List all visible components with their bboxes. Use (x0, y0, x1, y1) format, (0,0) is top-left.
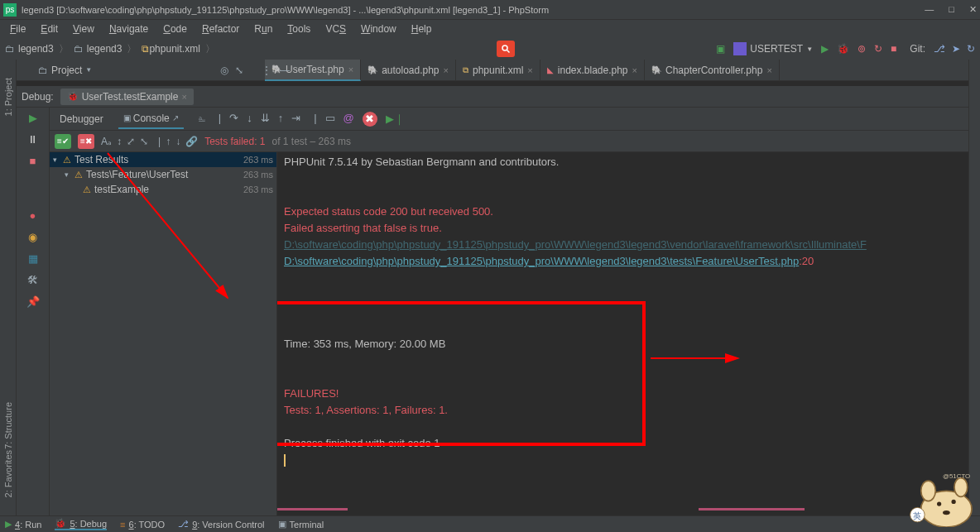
prev-icon[interactable]: ↑ (166, 136, 171, 147)
chevron-down-icon[interactable]: ▼ (85, 66, 92, 74)
rerun-button[interactable]: ▶ (26, 111, 40, 124)
run-configuration-selector[interactable]: USERTEST ▼ (733, 42, 813, 55)
test-results-toolbar: ≡✔ ≡✖ Aₐ ↕ ⤢ ⤡ | ↑ ↓ 🔗 Tests failed: (50, 131, 980, 152)
scrollbar-horizontal[interactable] (277, 508, 980, 510)
warn-icon: ⚠ (74, 170, 83, 180)
sort-time-icon[interactable]: ↕ (117, 136, 122, 147)
build-icon[interactable]: ▣ (716, 43, 725, 55)
tree-test[interactable]: ⚠ testExample 263 ms (50, 182, 276, 197)
link-icon[interactable]: 🔗 (185, 136, 198, 147)
expand-icon[interactable]: ⤢ (127, 136, 135, 147)
evaluate-icon[interactable]: ▭ (325, 112, 335, 127)
filter-passed-button[interactable]: ≡✔ (55, 134, 71, 149)
favorites-tool-button[interactable]: 2: Favorites (3, 450, 13, 497)
external-icon[interactable]: ↗ (172, 113, 179, 122)
force-step-into-icon[interactable]: ⇊ (261, 112, 270, 127)
tab-phpunit[interactable]: ⧉ phpunit.xml × (456, 60, 540, 81)
coverage-button[interactable]: ⊚ (858, 43, 866, 55)
chevron-down-icon[interactable]: ▾ (65, 170, 74, 179)
wrap-icon[interactable]: ⎁ (199, 112, 205, 127)
menu-help[interactable]: Help (405, 22, 439, 36)
status-debug[interactable]: 🐞5: Debug (55, 518, 107, 530)
run-button[interactable]: ▶ (821, 43, 829, 55)
next-icon[interactable]: ↓ (175, 136, 180, 147)
collapse-icon[interactable]: ⤡ (140, 136, 148, 147)
git-update-icon[interactable]: ↻ (967, 43, 975, 55)
step-out-icon[interactable]: ↑ (278, 112, 284, 127)
minimize-button[interactable]: — (925, 4, 934, 15)
menu-file[interactable]: File (3, 22, 32, 36)
project-panel-header[interactable]: 🗀 Project ▼ ◎ ⤡ ⋮ — (33, 60, 248, 81)
menu-run[interactable]: Run (247, 22, 279, 36)
profile-button[interactable]: ↻ (874, 43, 882, 55)
coverage-icon[interactable]: ◉ (26, 230, 40, 243)
target-icon[interactable]: ◎ (220, 65, 228, 76)
tests-failed-label: Tests failed: 1 (204, 136, 265, 147)
layout-icon[interactable]: ▦ (26, 252, 40, 265)
sort-alpha-icon[interactable]: Aₐ (101, 136, 112, 147)
filter-failed-button[interactable]: ≡✖ (78, 134, 94, 149)
menu-edit[interactable]: Edit (34, 22, 65, 36)
tab-autoload[interactable]: 🐘 autoload.php × (361, 60, 456, 81)
hide-icon[interactable]: — (280, 65, 290, 76)
debugger-tab[interactable]: Debugger (55, 110, 108, 128)
tools-icon[interactable]: 🛠 (26, 273, 40, 286)
console-tab[interactable]: ▣ Console ↗ (118, 109, 184, 129)
console-line: Time: 353 ms, Memory: 20.00 MB (284, 336, 973, 352)
breadcrumb-file[interactable]: phpunit.xml (149, 43, 199, 55)
status-terminal[interactable]: ▣Terminal (278, 519, 324, 530)
pause-button[interactable]: ⏸ (26, 132, 40, 146)
git-push-icon[interactable]: ➤ (952, 43, 960, 55)
step-over-icon[interactable]: ↷ (229, 112, 238, 127)
more-icon[interactable]: ⋮ (262, 65, 271, 76)
resume-icon[interactable]: ▶｜ (386, 112, 405, 127)
close-icon[interactable]: × (527, 65, 532, 75)
run-to-cursor-icon[interactable]: ⇥ (291, 112, 300, 127)
chevron-down-icon[interactable]: ▾ (53, 156, 63, 164)
collapse-icon[interactable]: ⤡ (235, 65, 243, 76)
file-link[interactable]: D:\software\coding\php\phpstudy_191125\p… (284, 238, 867, 251)
menu-code[interactable]: Code (156, 22, 194, 36)
structure-tool-button[interactable]: 7: Structure (3, 402, 13, 449)
menu-view[interactable]: View (66, 22, 101, 36)
tree-class[interactable]: ▾ ⚠ Tests\Feature\UserTest 263 ms (50, 167, 276, 182)
menu-refactor[interactable]: Refactor (195, 22, 246, 36)
breakpoint-icon[interactable]: ● (26, 208, 40, 222)
close-icon[interactable]: × (444, 65, 449, 75)
file-link[interactable]: D:\software\coding\php\phpstudy_191125\p… (284, 255, 799, 267)
close-icon[interactable]: × (766, 65, 771, 75)
svg-point-6 (954, 478, 968, 497)
status-vcs[interactable]: ⎇9: Version Control (178, 519, 264, 530)
search-button[interactable] (497, 41, 515, 57)
status-run[interactable]: ▶4: Run (5, 519, 41, 530)
breadcrumb-project[interactable]: legend3 (18, 43, 54, 55)
maximize-button[interactable]: □ (949, 4, 954, 15)
stop-button[interactable]: ■ (26, 154, 40, 167)
console-output[interactable]: PHPUnit 7.5.14 by Sebastian Bergmann and… (277, 152, 980, 515)
step-into-icon[interactable]: ↓ (247, 112, 252, 127)
menu-vcs[interactable]: VCS (319, 22, 353, 36)
mute-breakpoints-button[interactable]: ✖ (363, 112, 377, 127)
breadcrumb-folder[interactable]: legend3 (87, 43, 122, 55)
debug-button[interactable]: 🐞 (837, 43, 849, 55)
git-branch-icon[interactable]: ⎇ (934, 43, 945, 55)
debug-body: ▶ ⏸ ■ ● ◉ ▦ 🛠 📌 Debugger ▣ Consol (17, 108, 980, 515)
close-icon[interactable]: × (632, 65, 637, 75)
menu-window[interactable]: Window (354, 22, 403, 36)
status-todo[interactable]: ≡6: TODO (120, 520, 165, 530)
tab-chaptercontroller[interactable]: 🐘 ChapterController.php × (645, 60, 780, 81)
pin-icon[interactable]: 📌 (26, 295, 40, 308)
debug-session-tab[interactable]: 🐞 UserTest.testExample × (60, 89, 194, 105)
menu-navigate[interactable]: Navigate (103, 22, 155, 36)
close-icon[interactable]: × (181, 92, 186, 102)
test-tree[interactable]: ▾ ⚠ Test Results 263 ms ▾ ⚠ Tests\Featur… (50, 152, 277, 515)
stop-button[interactable]: ■ (891, 43, 896, 55)
tab-index-blade[interactable]: ◣ index.blade.php × (540, 60, 645, 81)
close-button[interactable]: ✕ (969, 4, 977, 15)
menu-tools[interactable]: Tools (281, 22, 317, 36)
close-icon[interactable]: × (348, 65, 353, 74)
watch-icon[interactable]: @ (343, 112, 354, 127)
project-tool-button[interactable]: 1: Project (3, 78, 13, 116)
tree-root[interactable]: ▾ ⚠ Test Results 263 ms (50, 152, 276, 167)
console-line: Tests: 1, Assertions: 1, Failures: 1. (284, 402, 973, 419)
